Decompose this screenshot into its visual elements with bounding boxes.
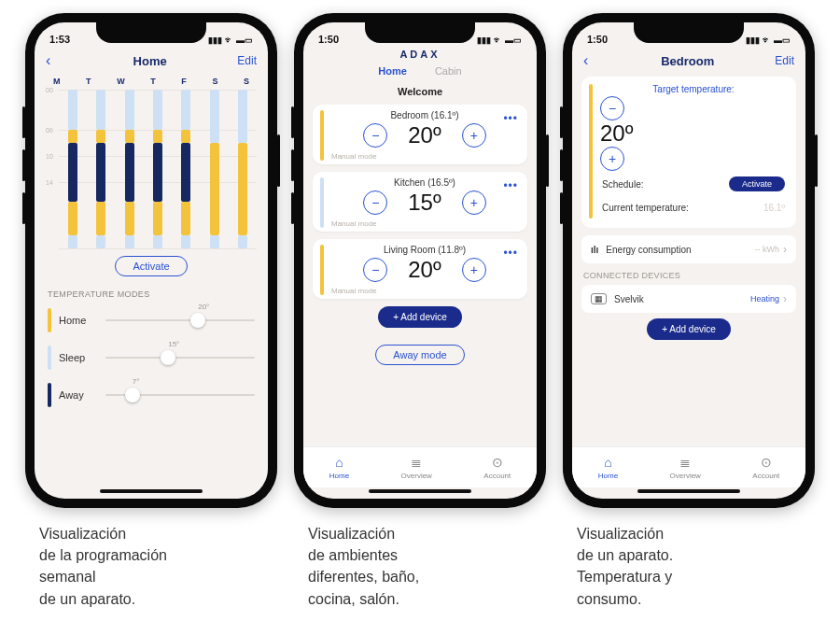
schedule-segment-home [153, 202, 162, 234]
status-time: 1:53 [49, 34, 70, 45]
schedule-day-bar[interactable] [96, 90, 105, 248]
mode-value: 20° [198, 303, 209, 311]
schedule-day-bar[interactable] [181, 90, 190, 248]
caption: Visualización de ambientes diferentes, b… [308, 523, 532, 610]
home-icon: ⌂ [604, 455, 611, 470]
mode-value: 7° [133, 377, 140, 386]
activate-button[interactable]: Activate [115, 256, 187, 276]
nav-label: Account [752, 472, 779, 480]
slider-thumb[interactable] [161, 350, 175, 365]
room-mode: Manual mode [331, 218, 518, 228]
schedule-segment-sleep [210, 235, 219, 248]
more-icon[interactable]: ••• [503, 179, 518, 192]
chevron-right-icon: › [783, 243, 787, 256]
caption: Visualización de un aparato. Temperatura… [577, 523, 801, 610]
home-indicator[interactable] [637, 489, 740, 493]
mode-slider[interactable]: 20° [105, 311, 255, 330]
schedule-segment-home [125, 202, 134, 234]
schedule-segment-home [96, 130, 105, 143]
nav-overview[interactable]: ≣Overview [401, 455, 432, 480]
y-tick: 14 [46, 178, 53, 185]
schedule-segment-away [96, 143, 105, 203]
mode-slider[interactable]: 15° [105, 348, 255, 367]
day-label: T [86, 77, 91, 86]
home-indicator[interactable] [369, 489, 471, 493]
slider-thumb[interactable] [190, 313, 205, 328]
increase-button[interactable]: + [600, 147, 624, 171]
wifi-icon: ᯤ [494, 36, 502, 45]
add-device-button[interactable]: + Add device [647, 318, 731, 340]
room-card[interactable]: Living Room (11.8º)−20º+Manual mode••• [313, 239, 527, 299]
schedule-segment-sleep [238, 235, 247, 248]
increase-button[interactable]: + [462, 190, 486, 215]
increase-button[interactable]: + [462, 258, 486, 282]
schedule-segment-sleep [68, 235, 77, 248]
device-name: Svelvik [614, 294, 644, 304]
schedule-day-bar[interactable] [153, 90, 162, 248]
status-icons: ▮▮▮ᯤ▬▭ [746, 36, 791, 45]
energy-label: Energy consumption [606, 245, 691, 255]
edit-button[interactable]: Edit [775, 54, 794, 67]
mode-slider[interactable]: 7° [105, 386, 255, 404]
slider-thumb[interactable] [125, 388, 140, 402]
nav-overview[interactable]: ≣Overview [670, 455, 701, 480]
schedule-day-bar[interactable] [238, 90, 247, 248]
wifi-icon: ᯤ [225, 36, 233, 45]
schedule-segment-home [68, 202, 77, 234]
away-mode-button[interactable]: Away mode [375, 345, 464, 365]
device-status: Heating [750, 294, 779, 303]
schedule-segment-home [210, 143, 219, 235]
tab-home[interactable]: Home [378, 65, 407, 77]
mode-value: 15° [168, 340, 179, 348]
schedule-segment-sleep [153, 235, 162, 248]
increase-button[interactable]: + [462, 123, 486, 148]
room-temperature: 15º [408, 190, 441, 216]
nav-home[interactable]: ⌂Home [598, 455, 618, 480]
day-label: S [244, 77, 249, 86]
more-icon[interactable]: ••• [503, 112, 518, 125]
schedule-segment-home [96, 202, 105, 234]
back-button[interactable]: ‹ [46, 52, 63, 69]
mode-swatch [48, 383, 51, 407]
nav-account[interactable]: ⊙Account [483, 455, 511, 480]
schedule-day-bar[interactable] [210, 90, 219, 248]
mode-stripe [589, 84, 593, 219]
schedule-chart[interactable]: 00 06 10 14 [46, 90, 257, 248]
decrease-button[interactable]: − [363, 258, 387, 282]
room-mode: Manual mode [331, 150, 518, 161]
more-icon[interactable]: ••• [503, 247, 518, 260]
nav-home[interactable]: ⌂Home [329, 455, 349, 480]
home-indicator[interactable] [100, 489, 203, 493]
status-icons: ▮▮▮ᯤ▬▭ [477, 36, 522, 45]
room-card[interactable]: Bedroom (16.1º)−20º+Manual mode••• [313, 105, 527, 164]
decrease-button[interactable]: − [363, 190, 387, 215]
decrease-button[interactable]: − [600, 96, 624, 120]
schedule-segment-sleep [210, 90, 219, 143]
nav-account[interactable]: ⊙Account [752, 455, 779, 480]
activate-schedule-button[interactable]: Activate [729, 176, 785, 191]
schedule-segment-sleep [125, 90, 134, 130]
overview-icon: ≣ [679, 455, 691, 470]
schedule-segment-sleep [238, 90, 247, 143]
temperature-modes-header: TEMPERATURE MODES [44, 286, 259, 304]
edit-button[interactable]: Edit [237, 54, 257, 67]
back-button[interactable]: ‹ [583, 52, 600, 69]
decrease-button[interactable]: − [363, 123, 387, 148]
schedule-segment-away [153, 143, 162, 203]
add-device-button[interactable]: + Add device [378, 306, 462, 328]
room-title: Kitchen (16.5º) [331, 177, 518, 188]
caption: Visualización de la programación semanal… [39, 523, 263, 610]
target-temperature-card: Target temperature: − 20º + Schedule: Ac… [581, 77, 796, 228]
signal-icon: ▮▮▮ [208, 36, 222, 45]
device-row[interactable]: ▦ Svelvik Heating› [581, 285, 796, 313]
schedule-segment-home [125, 130, 134, 143]
day-labels: M T W T F S S [44, 77, 259, 86]
schedule-day-bar[interactable] [125, 90, 134, 248]
nav-label: Account [483, 472, 511, 480]
room-card[interactable]: Kitchen (16.5º)−15º+Manual mode••• [313, 172, 527, 232]
energy-row[interactable]: ılı Energy consumption -- kWh› [581, 235, 796, 263]
tab-cabin[interactable]: Cabin [435, 65, 462, 77]
location-tabs: Home Cabin [303, 65, 537, 82]
schedule-segment-away [125, 143, 134, 203]
schedule-day-bar[interactable] [68, 90, 77, 248]
